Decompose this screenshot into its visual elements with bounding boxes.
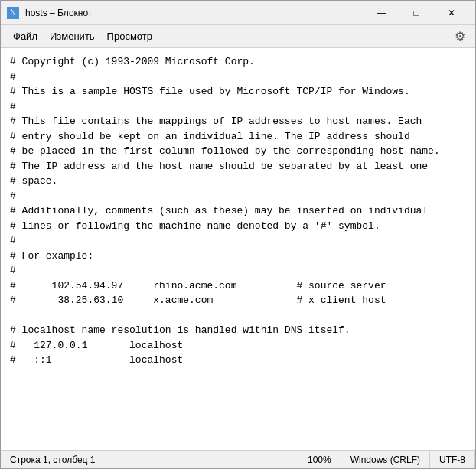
main-window: N hosts – Блокнот — □ ✕ Файл Изменить Пр… [0,0,476,469]
editor-area[interactable]: # Copyright (c) 1993-2009 Microsoft Corp… [1,48,475,450]
menu-view[interactable]: Просмотр [101,28,158,45]
title-bar: N hosts – Блокнот — □ ✕ [1,1,475,25]
menu-edit[interactable]: Изменить [44,28,101,45]
menu-bar-right: ⚙ [451,28,469,46]
editor-content[interactable]: # Copyright (c) 1993-2009 Microsoft Corp… [10,54,466,368]
status-bar: Строка 1, столбец 1 100% Windows (CRLF) … [1,450,475,468]
window-title: hosts – Блокнот [25,8,364,18]
maximize-button[interactable]: □ [399,1,434,25]
close-button[interactable]: ✕ [434,1,469,25]
app-icon: N [7,7,19,19]
menu-file[interactable]: Файл [7,28,44,45]
settings-icon[interactable]: ⚙ [451,28,469,46]
minimize-button[interactable]: — [364,1,399,25]
status-position: Строка 1, столбец 1 [1,451,298,468]
window-controls: — □ ✕ [364,1,469,25]
menu-bar: Файл Изменить Просмотр ⚙ [1,25,475,48]
status-zoom: 100% [298,451,341,468]
status-line-ending: Windows (CRLF) [341,451,430,468]
status-encoding: UTF-8 [430,451,475,468]
